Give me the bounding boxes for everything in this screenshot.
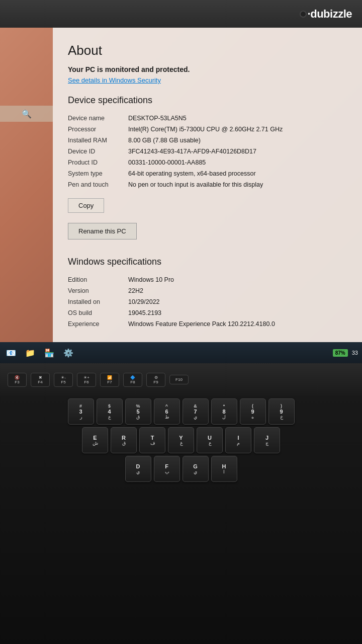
windows-spec-title: Windows specifications	[68, 257, 347, 267]
key-e[interactable]: E ش	[82, 427, 108, 453]
spec-label: Experience	[68, 318, 128, 330]
spec-label: Edition	[68, 274, 128, 285]
taskbar-time: 33	[352, 350, 358, 356]
key-r[interactable]: R ق	[111, 427, 137, 453]
laptop-screen: 🔍 About Your PC is monitored and protect…	[0, 28, 362, 342]
dubizzle-logo: ·dubizzle	[308, 8, 352, 21]
taskbar-icon-store[interactable]: 🏪	[42, 346, 56, 360]
webcam-icon	[300, 11, 307, 18]
key-3[interactable]: # 3 ر	[68, 398, 94, 425]
key-9b[interactable]: ) 9 خ	[268, 398, 295, 425]
keyboard-area: 🔇F3 ✖F4 ☀-F5 ☀+F6 📶F7 🔷F8 ⚙F9 F10 # 3 ر …	[0, 363, 362, 644]
device-spec-row: Processor Intel(R) Core(TM) i5-7300U CPU…	[68, 124, 347, 135]
key-7[interactable]: & 7 ي	[183, 398, 209, 425]
fn-key-f5[interactable]: ☀-F5	[54, 373, 73, 387]
windows-spec-table: Edition Windows 10 Pro Version 22H2 Inst…	[68, 274, 347, 330]
spec-label: Device name	[68, 113, 128, 124]
search-icon: 🔍	[22, 109, 32, 119]
security-link[interactable]: See details in Windows Security	[68, 76, 347, 84]
keyboard-rows: # 3 ر $ 4 ع % 5 ق ^ 6 ط & 7 ي	[0, 396, 362, 487]
windows-spec-row: Version 22H2	[68, 285, 347, 296]
spec-label: Device ID	[68, 146, 128, 157]
device-spec-title: Device specifications	[68, 95, 347, 106]
device-spec-row: Product ID 00331-10000-00001-AA885	[68, 157, 347, 168]
spec-value: DESKTOP-53LA5N5	[128, 113, 347, 124]
key-6[interactable]: ^ 6 ط	[154, 398, 180, 425]
spec-label: System type	[68, 168, 128, 179]
spec-label: Processor	[68, 124, 128, 135]
taskbar-icons: 📧 📁 🏪 ⚙️	[4, 346, 75, 360]
fn-key-f9[interactable]: ⚙F9	[146, 373, 165, 387]
taskbar-icon-folder[interactable]: 📁	[23, 346, 37, 360]
key-t[interactable]: T ف	[139, 427, 165, 453]
spec-value: Windows Feature Experience Pack 120.2212…	[128, 318, 347, 330]
number-row: # 3 ر $ 4 ع % 5 ق ^ 6 ط & 7 ي	[5, 398, 357, 425]
spec-value: No pen or touch input is available for t…	[128, 179, 347, 190]
key-j[interactable]: J ج	[254, 427, 280, 453]
key-4[interactable]: $ 4 ع	[97, 398, 123, 425]
key-i[interactable]: I م	[225, 427, 251, 453]
device-spec-row: System type 64-bit operating system, x64…	[68, 168, 347, 179]
spec-value: 19045.2193	[128, 307, 347, 318]
key-y[interactable]: Y غ	[168, 427, 194, 453]
spec-value: 3FC41243-4E93-417A-AFD9-AF40126D8D17	[128, 146, 347, 157]
fn-key-f3[interactable]: 🔇F3	[8, 373, 27, 387]
key-5[interactable]: % 5 ق	[125, 398, 151, 425]
bottom-letter-row: D ي F ب G ي H ا	[5, 456, 357, 482]
windows-spec-row: Installed on 10/29/2022	[68, 296, 347, 307]
protection-status: Your PC is monitored and protected.	[68, 65, 347, 73]
spec-label: Version	[68, 285, 128, 296]
fn-key-f7[interactable]: 📶F7	[100, 373, 119, 387]
spec-label: Pen and touch	[68, 179, 128, 190]
device-spec-table: Device name DESKTOP-53LA5N5 Processor In…	[68, 113, 347, 190]
spec-value: 00331-10000-00001-AA885	[128, 157, 347, 168]
taskbar-icon-mail[interactable]: 📧	[4, 346, 18, 360]
fn-key-f6[interactable]: ☀+F6	[77, 373, 96, 387]
key-8[interactable]: * 8 ل	[211, 398, 237, 425]
windows-spec-row: Edition Windows 10 Pro	[68, 274, 347, 285]
taskbar: 📧 📁 🏪 ⚙️ 87% 33	[0, 342, 362, 363]
spec-value: 8.00 GB (7.88 GB usable)	[128, 135, 347, 146]
device-spec-row: Pen and touch No pen or touch input is a…	[68, 179, 347, 190]
spec-label: OS build	[68, 307, 128, 318]
page-title: About	[68, 43, 347, 58]
taskbar-icon-settings[interactable]: ⚙️	[61, 346, 75, 360]
device-spec-row: Device ID 3FC41243-4E93-417A-AFD9-AF4012…	[68, 146, 347, 157]
about-panel: About Your PC is monitored and protected…	[53, 28, 362, 342]
fn-key-row: 🔇F3 ✖F4 ☀-F5 ☀+F6 📶F7 🔷F8 ⚙F9 F10	[0, 363, 362, 396]
fn-key-f8[interactable]: 🔷F8	[123, 373, 142, 387]
rename-pc-button[interactable]: Rename this PC	[68, 223, 137, 239]
key-h[interactable]: H ا	[211, 456, 237, 482]
top-bezel: ·dubizzle	[0, 0, 362, 28]
spec-value: Windows 10 Pro	[128, 274, 347, 285]
windows-spec-row: Experience Windows Feature Experience Pa…	[68, 318, 347, 330]
key-f[interactable]: F ب	[154, 456, 180, 482]
key-u[interactable]: U ع	[197, 427, 223, 453]
key-d[interactable]: D ي	[125, 456, 151, 482]
fn-key-f10[interactable]: F10	[169, 375, 189, 384]
device-spec-row: Installed RAM 8.00 GB (7.88 GB usable)	[68, 135, 347, 146]
key-9[interactable]: ( 9 ه	[240, 398, 266, 425]
device-spec-row: Device name DESKTOP-53LA5N5	[68, 113, 347, 124]
windows-spec-section: Windows specifications Edition Windows 1…	[68, 257, 347, 330]
top-letter-row: E ش R ق T ف Y غ U ع I م	[5, 427, 357, 453]
spec-label: Product ID	[68, 157, 128, 168]
copy-button[interactable]: Copy	[68, 198, 104, 213]
spec-value: 22H2	[128, 285, 347, 296]
windows-spec-row: OS build 19045.2193	[68, 307, 347, 318]
fn-key-f4[interactable]: ✖F4	[31, 373, 50, 387]
taskbar-right: 87% 33	[333, 349, 358, 357]
windows-search-bar[interactable]: 🔍	[0, 106, 53, 122]
spec-label: Installed on	[68, 296, 128, 307]
spec-value: 10/29/2022	[128, 296, 347, 307]
spec-value: 64-bit operating system, x64-based proce…	[128, 168, 347, 179]
key-g[interactable]: G ي	[183, 456, 209, 482]
battery-indicator: 87%	[333, 349, 348, 357]
spec-value: Intel(R) Core(TM) i5-7300U CPU @ 2.60GHz…	[128, 124, 347, 135]
spec-label: Installed RAM	[68, 135, 128, 146]
